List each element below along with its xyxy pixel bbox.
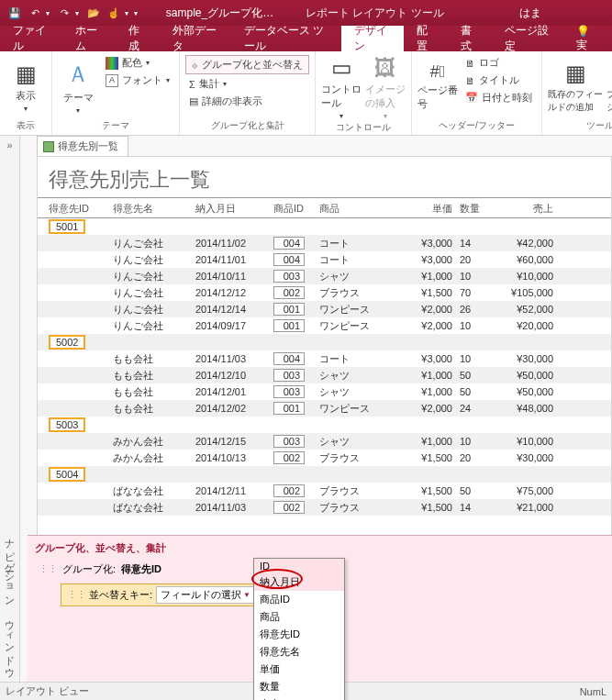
table-row[interactable]: もも会社2014/11/03004コート¥3,00010¥30,000 (38, 350, 611, 367)
nav-pane-title: ナビゲーション ウィンドウ (3, 532, 17, 672)
controls-icon: ▭ (331, 55, 352, 81)
table-row[interactable]: りんご会社2014/10/11003シャツ¥1,00010¥10,000 (38, 268, 611, 284)
date-time-button[interactable]: 📅日付と時刻 (462, 90, 536, 106)
tab-作成[interactable]: 作成 (116, 26, 160, 51)
group-sort-icon: ⟐ (192, 60, 198, 71)
table-row[interactable]: りんご会社2014/09/17001ワンピース¥2,00010¥20,000 (38, 317, 611, 334)
logo-button[interactable]: 🗎ロゴ (462, 55, 536, 71)
tell-me-icon[interactable]: 💡 実 (563, 26, 612, 51)
qat-dd-icon[interactable]: ▾ (125, 9, 132, 17)
report-icon (43, 141, 54, 152)
drag-handle-icon[interactable]: ⋮⋮ (67, 589, 85, 601)
col-header: 得意先ID (49, 202, 113, 216)
dropdown-option[interactable]: 商品ID (254, 591, 344, 608)
table-row[interactable]: ばなな会社2014/11/03002ブラウス¥1,50014¥21,000 (38, 499, 611, 516)
tab-外部データ[interactable]: 外部データ (160, 26, 231, 51)
page-icon: #⃣ (430, 62, 446, 82)
table-row[interactable]: みかん会社2014/10/13002ブラウス¥1,50020¥30,000 (38, 450, 611, 466)
drag-handle-icon[interactable]: ⋮⋮ (39, 563, 57, 575)
dropdown-option[interactable]: 数量 (254, 678, 344, 695)
navigation-pane[interactable]: » ナビゲーション ウィンドウ (0, 136, 20, 682)
col-header: 売上 (498, 202, 553, 216)
totals-button[interactable]: Σ集計▾ (185, 76, 309, 92)
sigma-icon: Σ (189, 79, 195, 90)
add-fields-button[interactable]: ▦既存のフィールドの追加 (548, 55, 603, 118)
group-header-footer: #⃣ページ番号 🗎ロゴ 🗎タイトル 📅日付と時刻 ヘッダー/フッター (412, 51, 542, 135)
hide-icon: ▤ (189, 95, 198, 107)
document-tab[interactable]: 得意先別一覧 (37, 136, 128, 156)
numlock-label: NumL (580, 686, 606, 697)
save-icon[interactable]: 💾 (6, 4, 24, 22)
col-header: 数量 (452, 202, 498, 216)
tab-データベース ツール[interactable]: データベース ツール (231, 26, 342, 51)
group-header-row[interactable]: 5001 (38, 218, 611, 235)
chevron-down-icon: ▼ (243, 591, 250, 599)
group-themes: Ａテーマ▾ 配色▾ Aフォント▾ テーマ (52, 51, 180, 135)
col-header: 商品 (319, 202, 393, 216)
dropdown-option[interactable]: 商品 (254, 608, 344, 626)
group-sort-button[interactable]: ⟐グループ化と並べ替え (185, 55, 309, 74)
colors-icon (106, 57, 118, 70)
dropdown-option[interactable]: 売上 (254, 695, 344, 700)
themes-button[interactable]: Ａテーマ▾ (58, 55, 98, 118)
column-headers: 得意先ID得意先名納入月日商品ID商品単価数量売上 (38, 198, 611, 218)
table-row[interactable]: りんご会社2014/11/02004コート¥3,00014¥42,000 (38, 235, 611, 251)
table-row[interactable]: もも会社2014/12/01003シャツ¥1,00050¥50,000 (38, 383, 611, 400)
dropdown-option[interactable]: 単価 (254, 661, 344, 678)
insert-image-button[interactable]: 🖼イメージの挿入▾ (365, 55, 406, 120)
dropdown-option[interactable]: 得意先名 (254, 643, 344, 661)
dropdown-option[interactable]: 納入月日 (254, 573, 344, 591)
ribbon: ▦表示▾ 表示 Ａテーマ▾ 配色▾ Aフォント▾ テーマ ⟐グループ化と並べ替え… (0, 51, 612, 136)
fonts-button[interactable]: Aフォント▾ (102, 72, 173, 88)
view-button[interactable]: ▦表示▾ (6, 55, 46, 118)
page-number-button[interactable]: #⃣ページ番号 (417, 55, 458, 118)
field-dropdown-list[interactable]: ID納入月日商品ID商品得意先ID得意先名単価数量売上 (253, 558, 345, 700)
table-row[interactable]: りんご会社2014/12/12002ブラウス¥1,50070¥105,000 (38, 284, 611, 301)
sort-panel-title: グループ化、並べ替え、集計 (31, 539, 608, 557)
tab-ファイル[interactable]: ファイル (0, 26, 62, 51)
col-header: 単価 (393, 202, 452, 216)
open-icon[interactable]: 📂 (84, 4, 103, 22)
table-row[interactable]: ばなな会社2014/12/11002ブラウス¥1,50050¥75,000 (38, 483, 611, 499)
undo-dd-icon[interactable]: ▾ (46, 9, 53, 17)
group-view: ▦表示▾ 表示 (0, 51, 52, 135)
table-row[interactable]: りんご会社2014/11/01004コート¥3,00020¥60,000 (38, 251, 611, 268)
table-row[interactable]: もも会社2014/12/02001ワンピース¥2,00024¥48,000 (38, 400, 611, 417)
redo-icon[interactable]: ↷ (55, 4, 73, 22)
redo-dd-icon[interactable]: ▾ (75, 9, 83, 17)
colors-button[interactable]: 配色▾ (102, 55, 173, 71)
undo-icon[interactable]: ↶ (26, 4, 44, 22)
tab-書式[interactable]: 書式 (448, 26, 492, 51)
tab-ホーム[interactable]: ホーム (62, 26, 116, 51)
hide-details-button[interactable]: ▤詳細の非表示 (185, 94, 309, 109)
table-row[interactable]: みかん会社2014/12/15003シャツ¥1,00010¥10,000 (38, 433, 611, 450)
app-title: はま (453, 6, 606, 21)
property-sheet-button[interactable]: 📋プロパティシート (606, 55, 612, 118)
view-icon: ▦ (16, 61, 37, 87)
quick-access-toolbar: 💾 ↶▾ ↷▾ 📂 ☝▾ ▾ sample_グループ化… レポート レイアウト … (0, 0, 612, 26)
table-row[interactable]: もも会社2014/12/10003シャツ¥1,00050¥50,000 (38, 367, 611, 383)
title-icon: 🗎 (465, 75, 475, 86)
tab-配置[interactable]: 配置 (404, 26, 448, 51)
group-tools: ▦既存のフィールドの追加 📋プロパティシート ツール (542, 51, 612, 135)
title-button[interactable]: 🗎タイトル (462, 72, 536, 88)
fields-icon: ▦ (565, 61, 586, 86)
tab-ページ設定[interactable]: ページ設定 (492, 26, 563, 51)
view-mode-label: レイアウト ビュー (6, 684, 89, 698)
table-row[interactable]: りんご会社2014/12/14001ワンピース¥2,00026¥52,000 (38, 301, 611, 317)
nav-expand-icon[interactable]: » (3, 136, 16, 154)
dropdown-option[interactable]: ID (254, 559, 344, 573)
report-title[interactable]: 得意先別売上一覧 (38, 157, 611, 198)
controls-button[interactable]: ▭コントロール▾ (321, 55, 362, 120)
group-header-row[interactable]: 5004 (38, 466, 611, 483)
tab-デザイン[interactable]: デザイン (341, 26, 404, 51)
field-select-dropdown[interactable]: フィールドの選択▼ (156, 586, 255, 604)
group-grouping: ⟐グループ化と並べ替え Σ集計▾ ▤詳細の非表示 グループ化と集計 (180, 51, 316, 135)
group-header-row[interactable]: 5002 (38, 334, 611, 350)
date-icon: 📅 (465, 92, 478, 104)
touch-icon[interactable]: ☝ (105, 4, 123, 22)
qat-customize-icon[interactable]: ▾ (134, 9, 141, 17)
dropdown-option[interactable]: 得意先ID (254, 626, 344, 643)
logo-icon: 🗎 (465, 58, 475, 69)
group-header-row[interactable]: 5003 (38, 417, 611, 433)
